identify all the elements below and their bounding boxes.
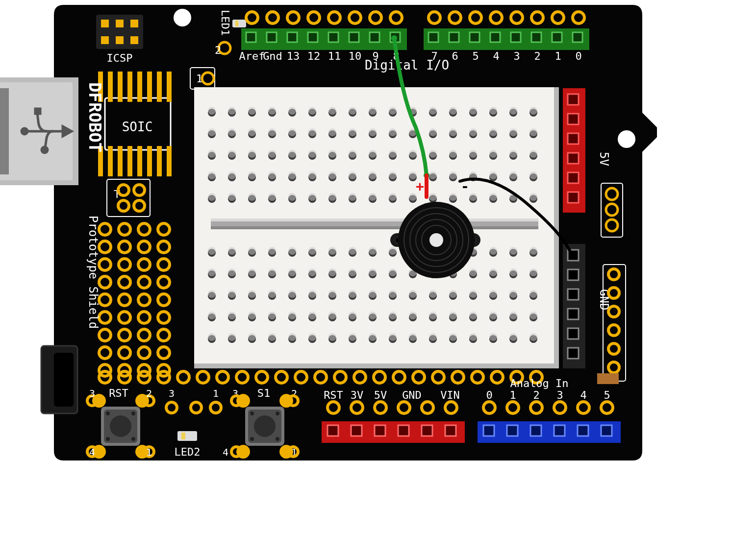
svg-point-197 [228,128,236,136]
svg-rect-537 [422,425,432,436]
svg-rect-518 [568,348,579,359]
svg-point-255 [469,150,477,158]
svg-point-395 [509,268,517,276]
svg-rect-36 [349,32,359,42]
svg-rect-505 [568,172,579,183]
svg-point-191 [509,107,517,115]
svg-rect-83 [137,146,142,176]
svg-rect-4 [0,88,9,174]
svg-point-451 [389,312,397,319]
svg-point-235 [268,150,276,158]
svg-rect-73 [118,72,123,102]
svg-point-586 [131,412,135,415]
svg-point-587 [106,437,110,441]
svg-point-171 [308,107,316,115]
svg-point-225 [509,128,517,136]
svg-point-413 [349,290,356,298]
svg-rect-78 [167,72,172,102]
usb-port [0,77,78,185]
svg-point-445 [328,312,336,319]
svg-point-417 [389,290,397,298]
svg-point-427 [489,290,497,298]
svg-rect-556 [554,425,565,436]
svg-point-477 [308,333,316,341]
svg-point-229 [208,150,216,158]
svg-point-245 [369,150,377,158]
svg-point-273 [308,171,316,179]
svg-text:1: 1 [554,50,561,62]
svg-text:LED2: LED2 [175,446,201,458]
svg-point-195 [208,128,216,136]
svg-point-325 [489,193,497,201]
svg-point-435 [228,312,236,319]
svg-point-205 [308,128,316,136]
svg-point-269 [268,171,276,179]
svg-point-221 [469,128,477,136]
svg-point-227 [529,128,537,136]
svg-rect-545 [478,421,621,443]
svg-rect-55 [490,32,500,42]
svg-rect-85 [157,146,162,176]
svg-point-263 [208,171,216,179]
svg-point-437 [248,312,256,319]
svg-point-251 [429,150,437,158]
svg-text:0: 0 [486,389,492,401]
svg-point-275 [328,171,336,179]
svg-point-189 [489,107,497,115]
svg-point-185 [449,107,457,115]
svg-point-447 [349,312,356,319]
svg-point-375 [308,268,316,276]
rst-button[interactable] [101,407,140,446]
svg-rect-74 [127,72,132,102]
svg-rect-553 [530,425,541,436]
svg-rect-61 [531,32,541,42]
svg-point-261 [529,150,537,158]
svg-rect-30 [308,32,318,42]
svg-rect-502 [568,114,579,124]
svg-point-297 [208,193,216,201]
svg-text:3: 3 [169,388,175,399]
svg-rect-539 [445,425,456,436]
svg-point-401 [228,290,236,298]
svg-rect-516 [568,309,579,319]
svg-point-285 [429,171,437,179]
svg-point-217 [429,128,437,136]
svg-text:13: 13 [287,50,300,62]
svg-point-7 [42,147,48,153]
svg-rect-547 [483,425,494,436]
svg-point-213 [389,128,397,136]
svg-point-381 [369,268,377,276]
svg-point-333 [228,247,236,255]
svg-text:1: 1 [509,389,516,401]
svg-text:4: 4 [580,389,586,401]
svg-point-379 [349,268,356,276]
svg-rect-517 [568,328,579,339]
svg-point-359 [489,247,497,255]
svg-text:11: 11 [328,50,341,62]
svg-point-339 [288,247,296,255]
svg-point-347 [369,247,377,255]
svg-point-183 [429,107,437,115]
svg-point-167 [268,107,276,115]
s1-button[interactable] [245,407,284,446]
svg-text:2: 2 [215,44,221,56]
svg-point-479 [328,333,336,341]
svg-point-287 [449,171,457,179]
svg-point-411 [328,290,336,298]
svg-rect-77 [157,72,162,102]
svg-point-371 [268,268,276,276]
svg-rect-601 [177,431,197,441]
svg-point-295 [529,171,537,179]
svg-point-433 [208,312,216,319]
svg-rect-76 [147,72,152,102]
svg-text:2: 2 [534,50,540,62]
svg-text:RST: RST [109,387,128,399]
svg-text:Gnd: Gnd [263,50,282,62]
svg-point-361 [509,247,517,255]
svg-text:VIN: VIN [440,389,460,401]
svg-point-415 [369,290,377,298]
svg-rect-6 [35,109,40,114]
svg-point-307 [308,193,316,201]
shield-diagram: ICSP LED1 2 ArefGnd131211109876543210 Di… [0,0,756,533]
svg-point-467 [208,333,216,341]
